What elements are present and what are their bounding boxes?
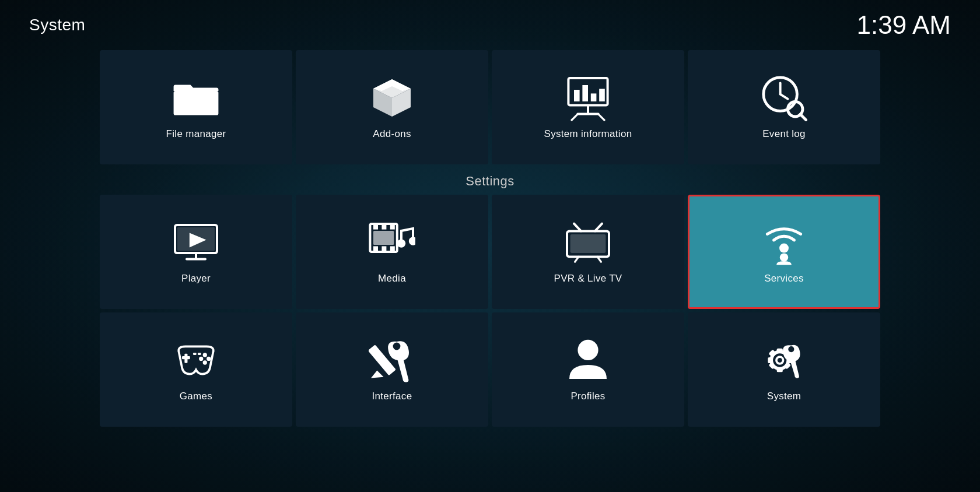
person-icon bbox=[565, 337, 611, 384]
wrench-pencil-icon bbox=[369, 337, 415, 384]
settings-grid: Player bbox=[29, 195, 951, 427]
clock: 1:39 AM bbox=[857, 10, 951, 40]
tile-interface[interactable]: Interface bbox=[296, 312, 488, 427]
tile-player-label: Player bbox=[181, 273, 211, 284]
svg-line-14 bbox=[598, 114, 604, 120]
tile-profiles-label: Profiles bbox=[570, 391, 605, 402]
tile-system[interactable]: System bbox=[688, 312, 880, 427]
tile-services-label: Services bbox=[764, 273, 804, 284]
svg-rect-8 bbox=[582, 85, 588, 101]
svg-rect-7 bbox=[574, 90, 580, 101]
svg-point-46 bbox=[206, 357, 211, 361]
tile-media[interactable]: Media bbox=[296, 195, 488, 309]
header: System 1:39 AM bbox=[12, 0, 968, 50]
svg-line-13 bbox=[572, 114, 578, 120]
settings-row-1: Player bbox=[29, 195, 951, 309]
tile-system-information-label: System information bbox=[544, 128, 632, 140]
tile-system-information[interactable]: System information bbox=[492, 50, 684, 164]
tile-system-label: System bbox=[767, 391, 801, 402]
svg-rect-10 bbox=[599, 89, 605, 101]
svg-rect-49 bbox=[193, 353, 197, 355]
tile-interface-label: Interface bbox=[372, 391, 412, 402]
svg-point-34 bbox=[409, 237, 415, 245]
tile-file-manager[interactable]: File manager bbox=[100, 50, 292, 164]
page-title: System bbox=[29, 16, 85, 34]
tile-pvr-live-tv-label: PVR & Live TV bbox=[554, 273, 622, 284]
svg-point-56 bbox=[776, 357, 783, 364]
svg-rect-0 bbox=[174, 91, 219, 115]
svg-point-47 bbox=[199, 357, 203, 361]
svg-rect-30 bbox=[382, 246, 386, 252]
box-icon bbox=[369, 75, 415, 121]
settings-row-2: Games Interface bbox=[29, 312, 951, 427]
svg-point-33 bbox=[397, 239, 405, 247]
svg-rect-44 bbox=[182, 356, 190, 359]
svg-rect-50 bbox=[198, 353, 201, 355]
svg-point-48 bbox=[203, 360, 207, 364]
tile-games[interactable]: Games bbox=[100, 312, 292, 427]
tile-pvr-live-tv[interactable]: PVR & Live TV bbox=[492, 195, 684, 309]
svg-point-45 bbox=[203, 353, 207, 357]
tile-event-log-label: Event log bbox=[762, 128, 806, 140]
clock-search-icon bbox=[761, 75, 807, 121]
gamepad-icon bbox=[173, 337, 219, 384]
svg-rect-9 bbox=[591, 93, 597, 101]
media-icon bbox=[369, 219, 415, 266]
svg-rect-27 bbox=[382, 224, 386, 230]
tv-icon bbox=[565, 219, 611, 266]
svg-rect-28 bbox=[390, 224, 395, 230]
svg-line-17 bbox=[780, 94, 788, 99]
folder-icon bbox=[173, 75, 219, 121]
svg-point-54 bbox=[578, 340, 598, 360]
svg-rect-59 bbox=[768, 357, 772, 363]
tile-media-label: Media bbox=[378, 273, 406, 284]
svg-rect-26 bbox=[373, 224, 378, 230]
svg-point-41 bbox=[779, 244, 789, 253]
svg-rect-29 bbox=[373, 246, 378, 252]
tile-services[interactable]: Services bbox=[688, 195, 880, 309]
tile-file-manager-label: File manager bbox=[166, 128, 226, 140]
gear-wrench-icon bbox=[761, 337, 807, 384]
svg-point-53 bbox=[393, 343, 401, 350]
tile-player[interactable]: Player bbox=[100, 195, 292, 309]
presentation-icon bbox=[565, 75, 611, 121]
tile-event-log[interactable]: Event log bbox=[688, 50, 880, 164]
svg-rect-31 bbox=[390, 246, 395, 252]
svg-rect-32 bbox=[373, 231, 394, 245]
svg-line-19 bbox=[800, 114, 806, 120]
svg-rect-38 bbox=[570, 234, 606, 253]
tile-games-label: Games bbox=[180, 391, 212, 402]
top-tiles-row: File manager Add-ons bbox=[12, 50, 968, 164]
svg-marker-52 bbox=[371, 371, 384, 378]
settings-section: Settings bbox=[12, 164, 968, 427]
page-wrapper: System 1:39 AM File manager bbox=[0, 0, 980, 492]
monitor-play-icon bbox=[173, 219, 219, 266]
tile-add-ons-label: Add-ons bbox=[373, 128, 411, 140]
svg-rect-58 bbox=[777, 368, 783, 372]
tile-add-ons[interactable]: Add-ons bbox=[296, 50, 488, 164]
svg-point-42 bbox=[780, 253, 788, 261]
services-icon bbox=[761, 219, 807, 266]
svg-point-65 bbox=[788, 346, 794, 352]
tile-profiles[interactable]: Profiles bbox=[492, 312, 684, 427]
svg-rect-57 bbox=[777, 349, 783, 353]
settings-label: Settings bbox=[29, 164, 951, 195]
